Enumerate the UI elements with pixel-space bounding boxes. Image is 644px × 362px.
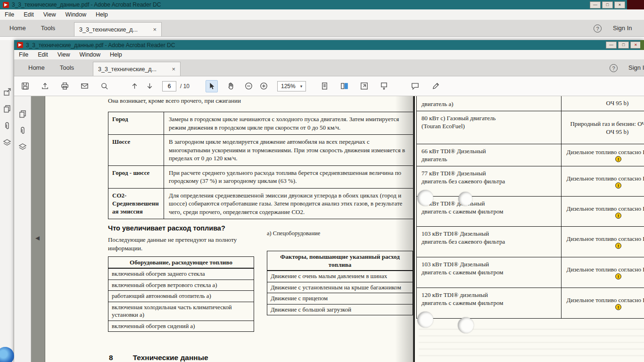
footnote: a) Спецоборудование xyxy=(267,230,320,237)
row-text: Для определения средневзвешенной эмиссии… xyxy=(164,189,413,219)
restore-button[interactable]: □ xyxy=(602,1,613,8)
menu-file[interactable]: File xyxy=(0,9,19,20)
minimize-button[interactable]: — xyxy=(606,41,617,49)
layers-icon[interactable] xyxy=(2,138,12,148)
menu-file[interactable]: File xyxy=(14,50,33,59)
desktop-wallpaper-corner xyxy=(627,0,644,9)
tab-close-icon[interactable]: × xyxy=(172,66,175,73)
fuel-cell: Дизельное топливо согласно EN 590 ⇒! xyxy=(561,288,644,318)
inner-titlebar: 3_3_технические_данные.pdf - Adobe Acrob… xyxy=(14,40,644,50)
table-row: Движение с очень малым давлением в шинах xyxy=(267,271,413,282)
fuel-cell: Дизельное топливо согласно EN 590 ⇒! xyxy=(561,144,644,166)
zoom-in-icon[interactable] xyxy=(257,80,270,92)
help-icon[interactable]: ? xyxy=(594,25,602,33)
single-page-view-icon[interactable] xyxy=(318,80,330,92)
menu-window[interactable]: Window xyxy=(61,9,91,20)
close-button[interactable]: × xyxy=(614,1,625,8)
two-page-view-icon[interactable] xyxy=(338,80,350,92)
fuel-cell: Дизельное топливо согласно EN 590 ⇒! xyxy=(561,227,644,257)
export-icon[interactable] xyxy=(2,87,12,97)
document-view[interactable]: ◄ Она возникает, кроме всего прочего, пр… xyxy=(31,96,644,362)
fullscreen-icon[interactable] xyxy=(358,80,370,92)
zoom-level-value: 125% xyxy=(281,83,296,90)
zoom-out-icon[interactable] xyxy=(242,80,255,92)
inner-window: 3_3_технические_данные.pdf - Adobe Acrob… xyxy=(14,40,644,362)
table-row: включенный обогрев заднего стекла xyxy=(108,269,254,280)
help-icon[interactable]: ? xyxy=(610,64,618,72)
select-tool-icon[interactable] xyxy=(206,80,218,92)
document-tab[interactable]: 3_3_технические_д... × xyxy=(74,22,162,36)
warning-icon: ! xyxy=(615,182,621,189)
fuel-cell: Дизельное топливо согласно EN 590 ⇒! xyxy=(561,166,644,196)
menu-edit[interactable]: Edit xyxy=(19,9,39,20)
page-paragraph: Последующие данные не претендуют на полн… xyxy=(108,236,252,252)
menu-help[interactable]: Help xyxy=(91,9,113,20)
outer-titlebar: 3_3_технические_данные.pdf - Adobe Acrob… xyxy=(0,0,644,9)
binder-hole xyxy=(458,317,474,333)
tab-home[interactable]: Home xyxy=(21,64,52,76)
print-icon[interactable] xyxy=(58,80,71,92)
table-row: Движение с большой загрузкой xyxy=(267,304,413,315)
warning-icon: ! xyxy=(615,243,621,249)
tab-tools[interactable]: Tools xyxy=(33,25,63,36)
layers-icon[interactable] xyxy=(18,142,27,152)
navigation-pane xyxy=(14,96,31,362)
zoom-level-select[interactable]: 125% ▾ xyxy=(277,81,306,91)
save-icon[interactable] xyxy=(19,80,31,92)
page-thumbnails-icon[interactable] xyxy=(18,109,27,119)
menu-view[interactable]: View xyxy=(53,50,75,59)
document-tab[interactable]: 3_3_технические_д... × xyxy=(93,62,181,76)
tab-home[interactable]: Home xyxy=(2,25,33,36)
row-text: В загородном цикле моделируется движение… xyxy=(164,135,413,165)
table-row: работающий автономный отопитель a) xyxy=(108,291,254,302)
search-icon[interactable] xyxy=(98,80,110,92)
warning-icon: ! xyxy=(615,273,621,280)
table-header: Факторы, повышающие указанный расход топ… xyxy=(267,251,413,271)
table-row: CO2-Средневзвешенная эмиссия Для определ… xyxy=(108,189,413,219)
hand-tool-icon[interactable] xyxy=(224,80,237,92)
engine-cell: 66 кВт TDI® Дизельный двигатель xyxy=(417,144,561,166)
row-label: Город - шоссе xyxy=(108,166,164,188)
sign-in-link[interactable]: Sign In xyxy=(613,25,632,32)
menu-view[interactable]: View xyxy=(39,9,61,20)
page-thumbnails-icon[interactable] xyxy=(2,104,12,114)
page-number-input[interactable] xyxy=(162,81,176,91)
warning-icon: ! xyxy=(615,213,621,219)
paperclip-icon[interactable] xyxy=(18,126,27,135)
previous-page-icon[interactable] xyxy=(128,80,140,92)
email-icon[interactable] xyxy=(78,80,91,92)
warning-icon: ! xyxy=(615,304,621,310)
tab-close-icon[interactable]: × xyxy=(153,26,157,33)
next-page-icon[interactable] xyxy=(143,80,156,92)
restore-button[interactable]: □ xyxy=(618,41,629,49)
window-title: 3_3_технические_данные.pdf - Adobe Acrob… xyxy=(12,1,161,8)
pdf-page: Она возникает, кроме всего прочего, при … xyxy=(45,96,644,362)
acrobat-pdf-icon xyxy=(17,42,23,48)
share-icon[interactable] xyxy=(39,80,51,92)
table-row: 103 кВт TDI® Дизельный двигатель без саж… xyxy=(417,227,644,257)
close-button[interactable]: × xyxy=(630,41,641,49)
menu-window[interactable]: Window xyxy=(75,50,105,59)
table-row: двигатель a) ОЧ 95 b) xyxy=(417,96,644,111)
binder-hole xyxy=(417,190,433,206)
tab-tools[interactable]: Tools xyxy=(52,64,82,76)
factors-table: Факторы, повышающие указанный расход топ… xyxy=(267,251,413,315)
fill-sign-pencil-icon[interactable] xyxy=(429,80,442,92)
paperclip-icon[interactable] xyxy=(2,121,12,131)
table-row: Движение с установленным на крыше багажн… xyxy=(267,282,413,294)
table-row: Город Замеры в городском цикле начинаютс… xyxy=(108,112,413,135)
page-fold-line xyxy=(413,96,415,362)
menu-edit[interactable]: Edit xyxy=(33,50,53,59)
menu-help[interactable]: Help xyxy=(105,50,127,59)
minimize-button[interactable]: — xyxy=(590,1,601,8)
scroll-mode-icon[interactable] xyxy=(378,80,390,92)
sign-in-link[interactable]: Sign In xyxy=(628,64,644,71)
outer-menubar: File Edit View Window Help xyxy=(0,9,644,20)
cycles-table: Город Замеры в городском цикле начинаютс… xyxy=(108,112,413,219)
table-row: Город - шоссе При расчете среднего удель… xyxy=(108,166,413,189)
outer-tabbar: Home Tools 3_3_технические_д... × ? Sign… xyxy=(0,20,644,37)
previous-page-arrow[interactable]: ◄ xyxy=(34,234,41,242)
row-label: CO2-Средневзвешенная эмиссия xyxy=(108,189,164,219)
comment-icon[interactable] xyxy=(409,80,421,92)
table-row: 120 кВт TDI® дизельный двигатель с сажев… xyxy=(417,288,644,319)
